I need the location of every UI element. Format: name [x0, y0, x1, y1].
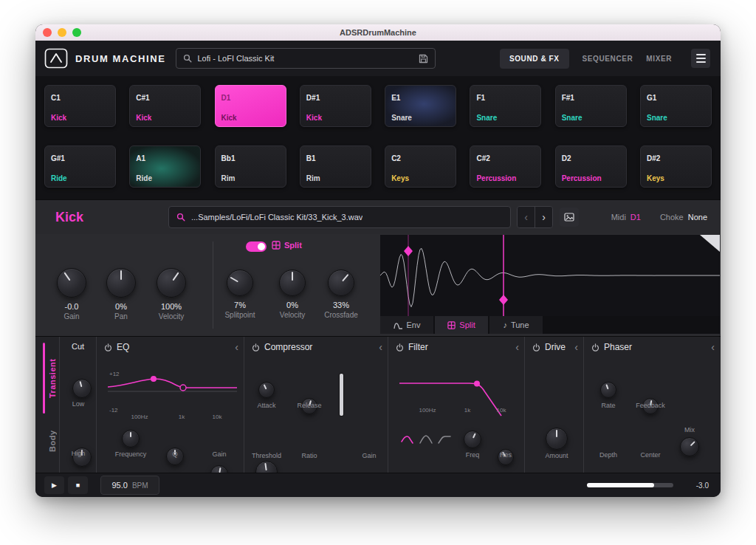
sample-search-field[interactable]: ...Samples/LoFi/LoFi Classic Kit/33_Kick… — [168, 206, 511, 228]
pad-dsharp2[interactable]: D#2Keys — [640, 145, 712, 188]
splitpoint-knob[interactable] — [227, 270, 253, 296]
collapse-icon[interactable]: ‹ — [235, 342, 238, 352]
pad-dsharp1[interactable]: D#1Kick — [300, 85, 371, 127]
eq-frequency-knob[interactable] — [122, 430, 140, 448]
choke-value[interactable]: None — [688, 213, 707, 222]
zoom-window-button[interactable] — [72, 28, 81, 37]
save-kit-icon[interactable] — [419, 54, 428, 64]
transient-active-bar — [43, 343, 45, 414]
pan-knob[interactable] — [106, 268, 136, 298]
eq-band-handle[interactable] — [151, 376, 157, 382]
split-start-marker-handle[interactable] — [404, 246, 413, 256]
pad-bb1[interactable]: Bb1Rim — [215, 145, 286, 188]
cut-low-knob[interactable] — [72, 379, 92, 398]
gain-knob[interactable] — [57, 268, 86, 298]
pad-a1[interactable]: A1Ride — [129, 145, 201, 188]
collapse-icon[interactable]: ‹ — [379, 342, 382, 352]
pad-note: D2 — [562, 154, 571, 162]
pad-d1-selected[interactable]: D1Kick — [215, 85, 286, 127]
pad-note: C1 — [51, 94, 61, 102]
splitpoint-marker-handle[interactable] — [499, 295, 508, 305]
play-button[interactable]: ▶ — [44, 476, 64, 494]
fx-rail-body[interactable]: Body — [47, 419, 58, 462]
power-icon[interactable] — [104, 343, 112, 352]
close-window-button[interactable] — [43, 28, 52, 37]
eq-title: EQ — [117, 342, 129, 352]
lowpass-filter-icon[interactable] — [400, 434, 415, 445]
previous-sample-button[interactable]: ‹ — [518, 207, 535, 227]
volume-fill — [587, 483, 654, 487]
gain-label: Gain — [63, 312, 79, 321]
pad-d2[interactable]: D2Percussion — [555, 145, 627, 188]
pad-csharp1[interactable]: C#1Kick — [129, 85, 201, 127]
tab-sequencer[interactable]: SEQUENCER — [583, 55, 633, 63]
pad-note: B1 — [306, 154, 316, 162]
compressor-title: Compressor — [264, 342, 312, 352]
tab-env[interactable]: Env — [380, 316, 433, 334]
divider — [213, 241, 213, 329]
pad-b1[interactable]: B1Rim — [300, 145, 371, 188]
tab-env-label: Env — [407, 321, 421, 329]
phaser-rate-knob[interactable] — [600, 382, 616, 398]
velocity-knob[interactable] — [157, 268, 186, 298]
phaser-mix-knob[interactable] — [680, 437, 699, 456]
eq-band-handle-selected[interactable] — [180, 385, 186, 391]
drive-amount-knob[interactable] — [546, 428, 568, 450]
eq-graph[interactable]: +12 -12 100Hz 1k 10k — [108, 368, 237, 419]
power-icon[interactable] — [396, 343, 404, 352]
pad-f1[interactable]: F1Snare — [470, 85, 541, 127]
pad-name: Percussion — [562, 174, 602, 182]
tab-tune[interactable]: ♪ Tune — [489, 316, 543, 334]
highpass-filter-icon[interactable] — [437, 434, 452, 445]
pad-name: Ride — [51, 174, 67, 182]
filter-graph[interactable]: 100Hz 1k 10k — [399, 370, 518, 417]
pad-c2[interactable]: C2Keys — [385, 145, 456, 188]
splitpoint-control: 7% Splitpoint — [216, 270, 264, 319]
pad-e1[interactable]: E1Snare — [385, 85, 456, 127]
crossfade-control: 33% Crossfade — [317, 270, 365, 319]
kit-search-field[interactable]: Lofi - LoFI Classic Kit — [176, 48, 436, 69]
pad-g1[interactable]: G1Snare — [640, 85, 712, 127]
collapse-icon[interactable]: ‹ — [711, 342, 715, 352]
drive-title: Drive — [545, 342, 566, 352]
selected-pad-title: Kick — [35, 210, 168, 225]
midi-value[interactable]: D1 — [630, 213, 641, 222]
fx-rail-transient[interactable]: Transient — [47, 343, 58, 414]
filter-cutoff-handle[interactable] — [474, 381, 480, 387]
waveform-display[interactable] — [380, 235, 720, 316]
menu-button[interactable] — [691, 49, 710, 68]
phaser-rate-label: Rate — [586, 402, 630, 409]
pan-value: 0% — [115, 302, 127, 311]
eq-q-label: Q — [153, 450, 197, 458]
collapse-icon[interactable]: ‹ — [574, 342, 578, 352]
minimize-window-button[interactable] — [58, 28, 66, 37]
tab-mixer[interactable]: MIXER — [646, 55, 672, 63]
pad-name: Kick — [221, 114, 237, 122]
tab-sound-fx[interactable]: SOUND & FX — [500, 49, 569, 69]
stop-button[interactable]: ■ — [68, 476, 88, 494]
waveform-view-button[interactable] — [560, 208, 579, 227]
search-icon — [183, 54, 192, 63]
crossfade-knob[interactable] — [328, 270, 354, 296]
split-toggle[interactable] — [246, 241, 267, 252]
pad-fsharp1[interactable]: F#1Snare — [555, 85, 627, 127]
pad-csharp2[interactable]: C#2Percussion — [470, 145, 541, 188]
master-volume-slider[interactable] — [587, 483, 673, 487]
filter-freq-knob[interactable] — [464, 431, 481, 448]
cut-mode-label[interactable]: Cut — [60, 342, 96, 351]
power-icon[interactable] — [532, 343, 540, 352]
sample-end-marker[interactable] — [700, 235, 720, 252]
bandpass-filter-icon[interactable] — [419, 434, 433, 445]
split-velocity-knob[interactable] — [279, 270, 306, 296]
attack-knob[interactable] — [258, 382, 275, 398]
pad-c1[interactable]: C1Kick — [44, 85, 116, 127]
power-icon[interactable] — [591, 343, 599, 352]
collapse-icon[interactable]: ‹ — [515, 342, 519, 352]
bpm-display[interactable]: 95.0 BPM — [100, 476, 159, 495]
pad-name: Snare — [391, 114, 412, 122]
next-sample-button[interactable]: › — [535, 207, 552, 227]
power-icon[interactable] — [252, 343, 260, 352]
pad-gsharp1[interactable]: G#1Ride — [44, 145, 116, 188]
tab-split[interactable]: Split — [435, 316, 488, 334]
macos-titlebar: ADSRDrumMachine — [35, 24, 721, 41]
